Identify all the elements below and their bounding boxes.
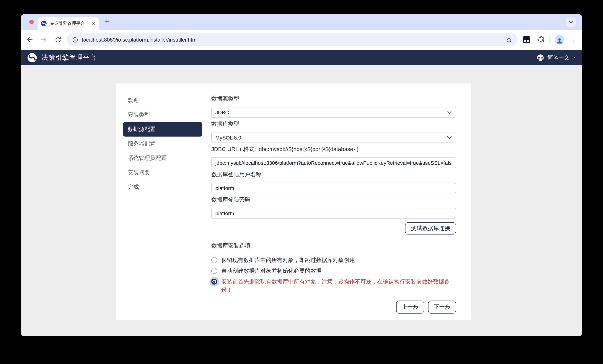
- datasource-type-select[interactable]: JDBC: [211, 107, 456, 118]
- site-info-icon[interactable]: [72, 36, 78, 43]
- bookmark-star-icon[interactable]: [506, 36, 512, 43]
- app-title: 决策引擎管理平台: [42, 53, 96, 62]
- install-options-label: 数据库安装选项: [211, 242, 456, 249]
- tab-search-button[interactable]: [566, 17, 576, 27]
- option-drop-all[interactable]: 安装前首先删除现有数据库中所有对象，注意：该操作不可逆，在确认执行安装前做好数据…: [211, 278, 456, 294]
- db-type-select[interactable]: MySQL 8.0: [211, 132, 456, 143]
- tab-title: 决策引擎管理平台: [49, 20, 89, 26]
- option-label: 自动创建数据库对象并初始化必要的数据: [221, 267, 456, 275]
- step-finish[interactable]: 完成: [123, 180, 202, 194]
- jdbc-url-label: JDBC URL ( 格式: jdbc:mysql://${host}:${po…: [211, 146, 456, 153]
- address-bar[interactable]: localhost:8080/io.sc.platform.installer/…: [67, 34, 518, 46]
- db-type-label: 数据库类型: [211, 120, 456, 128]
- radio-unchecked-icon[interactable]: [211, 268, 217, 274]
- profile-avatar[interactable]: [555, 35, 564, 45]
- option-label: 安装前首先删除现有数据库中所有对象，注意：该操作不可逆，在确认执行安装前做好数据…: [221, 278, 456, 294]
- option-label: 保留现有数据库中的所有对象，即跳过数据库对象创建: [221, 256, 456, 264]
- close-window-button[interactable]: [29, 20, 34, 24]
- jdbc-url-input[interactable]: [211, 157, 456, 168]
- tab-close-icon[interactable]: ×: [91, 21, 96, 26]
- option-auto-create[interactable]: 自动创建数据库对象并初始化必要的数据: [211, 267, 456, 275]
- app-logo-swirl-icon: [27, 53, 37, 63]
- radio-checked-icon[interactable]: [211, 279, 217, 284]
- toolbar-divider: [550, 36, 550, 43]
- reload-button[interactable]: [53, 34, 63, 45]
- reload-icon: [54, 36, 61, 43]
- previous-step-button[interactable]: 上一步: [396, 301, 424, 314]
- chevron-down-icon: [447, 111, 452, 114]
- step-admin[interactable]: 系统管理员配置: [123, 151, 202, 166]
- step-summary[interactable]: 安装摘要: [123, 166, 202, 180]
- db-type-value: MySQL 8.0: [215, 135, 447, 140]
- browser-window: 决策引擎管理平台 × +: [21, 14, 582, 336]
- step-welcome[interactable]: 欢迎: [123, 93, 202, 108]
- browser-tab[interactable]: 决策引擎管理平台 ×: [37, 17, 99, 30]
- next-step-button[interactable]: 下一步: [428, 301, 456, 314]
- step-datasource[interactable]: 数据源配置: [123, 122, 202, 136]
- option-keep-objects[interactable]: 保留现有数据库中的所有对象，即跳过数据库对象创建: [211, 256, 456, 264]
- favicon: [41, 20, 47, 26]
- datasource-type-value: JDBC: [215, 109, 447, 115]
- back-button[interactable]: [24, 34, 35, 45]
- datasource-type-label: 数据源类型: [211, 95, 456, 102]
- new-tab-button[interactable]: +: [105, 17, 109, 26]
- datasource-form: 数据源类型 JDBC 数据库类型 MySQL 8.0 J: [211, 93, 456, 320]
- back-arrow-icon: [26, 36, 34, 43]
- language-label: 简体中文: [547, 54, 569, 61]
- db-password-label: 数据库登陆密码: [211, 196, 456, 203]
- installer-card: 欢迎 安装类型 数据源配置 服务器配置 系统管理员配置 安装摘要 完成 数据源类…: [116, 83, 471, 320]
- page-background: 欢迎 安装类型 数据源配置 服务器配置 系统管理员配置 安装摘要 完成 数据源类…: [21, 65, 582, 336]
- app-header: 决策引擎管理平台 简体中文 ▼: [21, 50, 582, 65]
- step-server[interactable]: 服务器配置: [123, 136, 202, 151]
- url-text[interactable]: localhost:8080/io.sc.platform.installer/…: [82, 37, 502, 43]
- db-username-label: 数据库登陆用户名称: [211, 171, 456, 178]
- extensions-puzzle-icon[interactable]: [537, 36, 545, 44]
- chevron-down-icon: [447, 136, 452, 139]
- browser-menu-button[interactable]: ⋮: [569, 36, 578, 43]
- forward-arrow-icon: [40, 36, 47, 43]
- dark-extension-icon[interactable]: [523, 36, 530, 43]
- db-username-input[interactable]: [211, 182, 456, 193]
- step-install-type[interactable]: 安装类型: [123, 108, 202, 122]
- person-icon: [556, 36, 564, 45]
- caret-down-icon: ▼: [573, 56, 576, 59]
- db-password-input[interactable]: [211, 208, 456, 218]
- browser-toolbar: localhost:8080/io.sc.platform.installer/…: [21, 30, 582, 50]
- screen: 决策引擎管理平台 × +: [0, 0, 603, 364]
- forward-button[interactable]: [39, 34, 49, 45]
- tab-strip: 决策引擎管理平台 × +: [21, 14, 582, 30]
- test-db-connection-button[interactable]: 测试数据库连接: [405, 222, 456, 235]
- radio-unchecked-icon[interactable]: [211, 257, 217, 263]
- globe-icon: [536, 54, 544, 61]
- chevron-down-icon: [569, 21, 573, 23]
- language-selector[interactable]: 简体中文 ▼: [536, 54, 576, 61]
- wizard-steps-nav: 欢迎 安装类型 数据源配置 服务器配置 系统管理员配置 安装摘要 完成: [123, 93, 202, 320]
